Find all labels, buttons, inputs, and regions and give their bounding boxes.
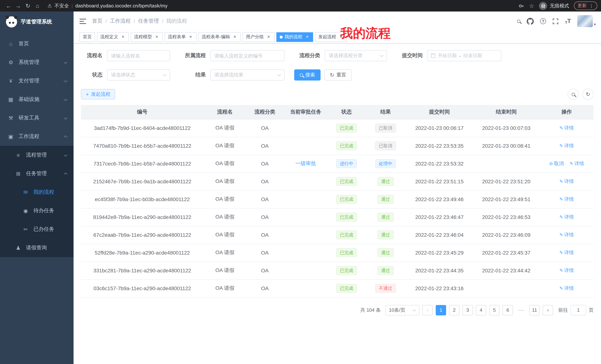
result-badge: 通过: [377, 213, 394, 221]
status-select[interactable]: 请选择状态: [107, 69, 170, 80]
tab-close-icon[interactable]: ×: [154, 34, 159, 39]
detail-link[interactable]: ✎ 详情: [559, 178, 574, 185]
detail-link[interactable]: ✎ 详情: [559, 285, 574, 292]
sidebar-item-devtools[interactable]: ⚒ 研发工具: [0, 109, 74, 127]
font-size-icon[interactable]: TT: [565, 18, 571, 25]
result-select[interactable]: 请选择流结果: [210, 69, 285, 80]
reload-icon[interactable]: ↻: [23, 2, 33, 9]
next-page-button[interactable]: ›: [543, 305, 553, 315]
sidebar-item-task-mgmt[interactable]: ⊞ 任务管理: [0, 164, 74, 183]
address-bar[interactable]: ⚠ 不安全 | dashboard.yudao.iocoder.cn/bpm/t…: [48, 2, 518, 9]
table-row: 819442e8-7b9a-11ec-a290-acde48001122 OA …: [81, 208, 594, 226]
sidebar-item-workflow[interactable]: ▣ 工作流程: [0, 127, 74, 146]
update-button[interactable]: 更新 ⋮: [574, 1, 597, 10]
category-select[interactable]: 请选择流程分类: [325, 50, 387, 61]
detail-link[interactable]: ✎ 详情: [559, 214, 574, 220]
detail-link[interactable]: ✎ 详情: [559, 125, 574, 131]
process-name-input[interactable]: [107, 50, 170, 61]
home-icon[interactable]: ⌂: [33, 3, 42, 9]
detail-link[interactable]: ✎ 详情: [570, 160, 584, 167]
fullscreen-icon[interactable]: [552, 18, 559, 24]
page-size-select[interactable]: 10条/页: [385, 305, 419, 315]
star-icon[interactable]: ☆: [529, 2, 534, 9]
status-label: 状态: [81, 72, 102, 78]
page-button[interactable]: 2: [449, 305, 460, 315]
url-text: dashboard.yudao.iocoder.cn/bpm/task/my: [75, 3, 168, 9]
process-def-input[interactable]: [210, 50, 285, 61]
page-button[interactable]: 4: [476, 305, 486, 315]
category-label: 流程分类: [294, 52, 320, 59]
back-icon[interactable]: ←: [4, 3, 13, 9]
sidebar-item-todo-task[interactable]: ◉ 待办任务: [0, 201, 74, 220]
tab-process-model[interactable]: 流程模型 ×: [131, 32, 163, 42]
detail-link[interactable]: ✎ 详情: [559, 249, 574, 256]
detail-link[interactable]: ✎ 详情: [559, 231, 574, 238]
key-icon[interactable]: [518, 3, 524, 9]
chevron-down-icon: [380, 53, 383, 57]
refresh-list-button[interactable]: ↻: [582, 89, 594, 100]
prev-page-button[interactable]: ‹: [422, 305, 433, 315]
tab-home[interactable]: 首页: [80, 32, 95, 42]
cancel-link[interactable]: ⊘ 取消: [549, 160, 564, 167]
tab-close-icon[interactable]: ×: [232, 34, 237, 39]
tab-label: 我的流程: [285, 34, 302, 40]
jump-page-input[interactable]: [571, 305, 586, 315]
detail-link[interactable]: ✎ 详情: [559, 267, 574, 274]
tab-close-icon[interactable]: ×: [305, 34, 310, 39]
tab-user-group[interactable]: 用户分组 ×: [242, 32, 274, 42]
column-header: 当前审批任务: [283, 105, 328, 119]
page-button[interactable]: 3: [462, 305, 473, 315]
detail-link[interactable]: ✎ 详情: [559, 196, 574, 203]
sidebar-item-done-task[interactable]: ✂ 已办任务: [0, 220, 74, 239]
help-icon[interactable]: ?: [540, 18, 546, 24]
forward-icon[interactable]: →: [13, 3, 23, 9]
sidebar-item-home[interactable]: ⌂ 首页: [0, 35, 74, 53]
toggle-search-button[interactable]: [568, 89, 579, 100]
tab-close-icon[interactable]: ×: [120, 34, 126, 39]
search-button[interactable]: 搜索: [294, 69, 321, 80]
menu-item-icon: ▣: [7, 134, 14, 140]
profile-label: 无痕模式: [550, 2, 569, 9]
avatar[interactable]: [577, 15, 593, 27]
github-icon[interactable]: [527, 18, 534, 25]
sidebar-item-infra[interactable]: ▦ 基础设施: [0, 90, 74, 109]
tab-my-process[interactable]: 我的流程 ×: [276, 32, 313, 42]
search-icon[interactable]: [517, 19, 521, 23]
page-button[interactable]: 5: [489, 305, 500, 315]
cell-end-time: 2022-01-22 23:45:37: [473, 244, 540, 262]
cell-actions: ⊘ ✎ 详情: [540, 190, 594, 208]
reset-button[interactable]: ↻ 重置: [324, 69, 351, 80]
jump-suffix: 页: [589, 307, 594, 313]
start-process-button[interactable]: + 发起流程: [81, 89, 115, 99]
sidebar-item-leave-query[interactable]: ♟ 请假查询: [0, 239, 74, 257]
breadcrumb-task-mgmt[interactable]: 任务管理: [138, 18, 159, 25]
tab-close-icon[interactable]: ×: [266, 34, 271, 39]
sidebar-item-my-process[interactable]: ✉ 我的流程: [0, 183, 74, 201]
browser-chrome: ← → ↻ ⌂ ⚠ 不安全 | dashboard.yudao.iocoder.…: [0, 0, 601, 11]
breadcrumb-workflow[interactable]: 工作流程: [110, 18, 131, 25]
sidebar-item-payment[interactable]: ¥ 支付管理: [0, 72, 74, 90]
cell-result: 处理中: [365, 155, 406, 172]
cell-status: 已完成: [328, 172, 365, 190]
sidebar-item-system[interactable]: ⚙ 系统管理: [0, 53, 74, 72]
logo[interactable]: 芋道管理系统: [0, 11, 74, 32]
menu-item-icon: ✉: [22, 189, 29, 195]
hamburger-icon[interactable]: [80, 18, 86, 24]
page-button[interactable]: ···: [516, 305, 526, 315]
page-button[interactable]: 1: [436, 305, 446, 315]
browser-menu-icon[interactable]: ⋮: [589, 3, 594, 8]
user-menu[interactable]: ▾: [577, 15, 596, 27]
task-link[interactable]: 一级审批: [295, 160, 316, 166]
tab-close-icon[interactable]: ×: [188, 34, 193, 39]
sidebar-item-process-mgmt[interactable]: ≡ 流程管理: [0, 146, 74, 164]
page-button[interactable]: 6: [502, 305, 513, 315]
profile-badge[interactable]: 无痕模式: [539, 2, 569, 10]
menu-item-label: 基础设施: [19, 96, 64, 103]
detail-link[interactable]: ✎ 详情: [559, 143, 574, 149]
date-range-picker[interactable]: 开始日期 - 结束日期: [427, 50, 501, 61]
tab-process-definition[interactable]: 流程定义 ×: [97, 32, 129, 42]
tab-process-form[interactable]: 流程表单 ×: [165, 32, 197, 42]
page-button[interactable]: 11: [529, 305, 540, 315]
breadcrumb-home[interactable]: 首页: [92, 18, 102, 25]
tab-process-form-edit[interactable]: 流程表单-编辑 ×: [198, 32, 241, 42]
